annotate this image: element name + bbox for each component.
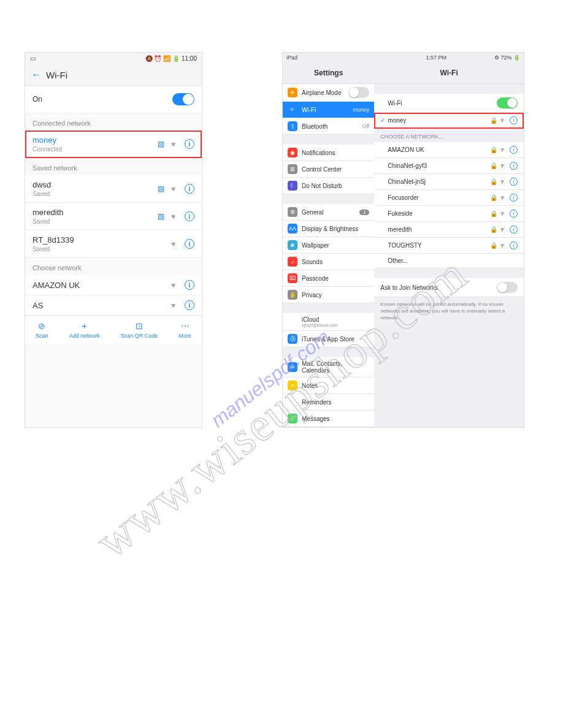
toolbar-button[interactable]: + Add network xyxy=(69,321,100,339)
setting-icon: ◉ xyxy=(288,148,297,157)
info-icon[interactable]: i xyxy=(185,300,194,310)
setting-label: iTunes & App Store xyxy=(302,336,354,343)
setting-label: Messages xyxy=(302,415,330,422)
sidebar-item[interactable]: ⚙ General1 xyxy=(283,204,374,221)
status-time: 1:57 PM xyxy=(426,55,446,61)
toolbar-icon: ⊡ xyxy=(136,321,143,331)
setting-toggle[interactable] xyxy=(348,87,369,98)
network-row[interactable]: ChinaNet-gyf3 🔒ᯤi xyxy=(374,158,524,174)
sidebar-item[interactable]: ≡ Notes xyxy=(283,377,374,394)
sidebar-item[interactable]: ♪ Sounds xyxy=(283,254,374,270)
device-label: iPad xyxy=(286,55,297,61)
info-icon[interactable]: i xyxy=(510,226,518,233)
wifi-master-row[interactable]: Wi-Fi xyxy=(374,94,524,113)
info-icon[interactable]: i xyxy=(185,184,194,194)
toolbar-label: Add network xyxy=(69,333,100,339)
saved-network-row[interactable]: dwsd Saved ▧ ᯤ i xyxy=(25,175,202,203)
toolbar-button[interactable]: ⊘ Scan xyxy=(36,321,48,339)
wifi-signal-icon: ᯤ xyxy=(170,140,178,149)
setting-label: Notes xyxy=(302,382,318,389)
setting-icon: ✈ xyxy=(288,88,297,97)
ask-toggle[interactable] xyxy=(497,282,518,293)
sidebar-item[interactable]: ᛒ BluetoothOff xyxy=(283,118,374,135)
network-row[interactable]: Other... xyxy=(374,254,524,268)
wifi-signal-icon: ᯤ xyxy=(170,281,178,290)
saved-network-row[interactable]: RT_8d1339 Saved ᯤ i xyxy=(25,230,202,258)
ask-label: Ask to Join Networks xyxy=(380,284,497,291)
setting-icon: ☁ xyxy=(288,317,297,327)
setting-icon: ✋ xyxy=(288,290,297,300)
sidebar-item[interactable]: ✉ Mail, Contacts, Calendars xyxy=(283,357,374,377)
qr-icon[interactable]: ▧ xyxy=(158,212,164,221)
wifi-toggle[interactable] xyxy=(172,93,194,105)
sidebar-item[interactable]: ☁ iCloudsjhsjd@icloud.com xyxy=(283,313,374,331)
wifi-signal-icon: ᯤ xyxy=(170,240,178,249)
info-icon[interactable]: i xyxy=(510,210,518,218)
info-icon[interactable]: i xyxy=(510,116,518,124)
toolbar-button[interactable]: ⋯ More xyxy=(178,321,191,339)
sidebar-title: Settings xyxy=(283,63,374,84)
connected-network-row[interactable]: ✓ money 🔒 ᯤ i xyxy=(374,113,524,129)
info-icon[interactable]: i xyxy=(510,241,518,249)
network-row[interactable]: AMAZON UK 🔒ᯤi xyxy=(374,142,524,158)
network-row[interactable]: TOUGHSTY 🔒ᯤi xyxy=(374,238,524,254)
wifi-signal-icon: ᯤ xyxy=(170,301,178,310)
network-row[interactable]: ChinaNet-jnSj 🔒ᯤi xyxy=(374,174,524,190)
wifi-label: Wi-Fi xyxy=(388,100,497,107)
info-icon[interactable]: i xyxy=(185,211,194,221)
ask-join-row[interactable]: Ask to Join Networks xyxy=(374,278,524,297)
info-icon[interactable]: i xyxy=(510,146,518,154)
sidebar-item[interactable]: ᯤ Wi-Fimoney xyxy=(283,102,374,118)
sidebar-item[interactable]: ✈ Airplane Mode xyxy=(283,84,374,102)
detail-title: Wi-Fi xyxy=(374,63,524,84)
sidebar-item[interactable]: ⋮ Reminders xyxy=(283,394,374,411)
qr-icon[interactable]: ▧ xyxy=(158,184,164,193)
toolbar-button[interactable]: ⊡ Scan QR Code xyxy=(121,321,158,339)
network-name: Other... xyxy=(388,257,518,264)
ipad-status-bar-right: 1:57 PM ⚙ 72% 🔋 xyxy=(374,53,524,63)
info-icon[interactable]: i xyxy=(185,239,194,249)
setting-label: iCloud xyxy=(302,316,319,323)
settings-sidebar: iPad Settings ✈ Airplane Mode ᯤ Wi-Fimon… xyxy=(283,53,374,427)
network-row[interactable]: meredith 🔒ᯤi xyxy=(374,222,524,238)
status-time: 11:00 xyxy=(182,55,197,62)
network-name: Fukeside xyxy=(388,210,490,217)
wifi-signal-icon: ᯤ xyxy=(500,162,507,169)
qr-icon[interactable]: ▧ xyxy=(158,140,164,148)
setting-label: Passcode xyxy=(302,275,329,282)
sidebar-item[interactable]: ❀ Wallpaper xyxy=(283,237,374,254)
info-icon[interactable]: i xyxy=(185,280,194,290)
info-icon[interactable]: i xyxy=(510,194,518,202)
sidebar-item[interactable]: ✋ Privacy xyxy=(283,287,374,303)
network-name: TOUGHSTY xyxy=(388,242,490,249)
network-row[interactable]: Focusorder 🔒ᯤi xyxy=(374,190,524,206)
connected-network-row[interactable]: money Connected ▧ ᯤ i xyxy=(25,131,202,158)
setting-icon: ○ xyxy=(288,414,297,423)
sidebar-item[interactable]: ○ Messages xyxy=(283,411,374,427)
saved-network-row[interactable]: meredith Saved ▧ ᯤ i xyxy=(25,203,202,230)
info-icon[interactable]: i xyxy=(510,162,518,170)
choose-network-row[interactable]: AS ᯤ i xyxy=(25,295,202,316)
bottom-toolbar: ⊘ Scan + Add network ⊡ Scan QR Code ⋯ Mo… xyxy=(25,316,202,344)
setting-label: Display & Brightness xyxy=(302,226,358,232)
setting-icon: ♪ xyxy=(288,257,297,267)
sidebar-item[interactable]: ☾ Do Not Disturb xyxy=(283,178,374,194)
info-icon[interactable]: i xyxy=(185,139,194,149)
wifi-on-row[interactable]: On xyxy=(25,86,202,113)
lock-icon: 🔒 xyxy=(490,226,497,233)
sidebar-item[interactable]: AA Display & Brightness xyxy=(283,221,374,237)
network-name: meredith xyxy=(33,208,64,217)
setting-icon: ⌧ xyxy=(288,273,297,283)
sidebar-item[interactable]: ⊞ Control Center xyxy=(283,161,374,178)
picture-icon: ▭ xyxy=(30,55,36,62)
badge: 1 xyxy=(359,210,369,215)
network-row[interactable]: Fukeside 🔒ᯤi xyxy=(374,206,524,222)
choose-network-row[interactable]: AMAZON UK ᯤ i xyxy=(25,275,202,295)
sidebar-item[interactable]: ⌧ Passcode xyxy=(283,270,374,287)
back-icon[interactable]: ← xyxy=(31,69,41,80)
sidebar-item[interactable]: ◉ Notifications xyxy=(283,145,374,161)
info-icon[interactable]: i xyxy=(510,178,518,186)
sidebar-item[interactable]: Ⓐ iTunes & App Store xyxy=(283,331,374,347)
network-name: dwsd xyxy=(33,180,51,189)
wifi-toggle-on[interactable] xyxy=(497,97,518,108)
